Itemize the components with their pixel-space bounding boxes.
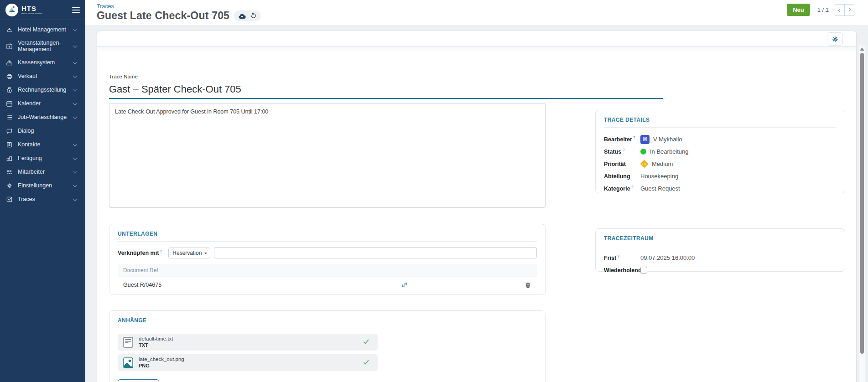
manufacturing-icon <box>6 155 13 162</box>
help-icon[interactable]: ? <box>617 254 619 258</box>
menu-toggle-icon[interactable] <box>72 6 80 14</box>
status-row: Status? In Bearbeitung <box>604 145 837 158</box>
trace-name-label: Trace Name <box>109 74 138 79</box>
hotel-bell-icon <box>6 26 13 33</box>
sidebar-item-veranstaltungen[interactable]: Veranstaltungen-Management <box>0 36 85 56</box>
sidebar-item-dialog[interactable]: Dialog <box>0 124 85 138</box>
event-calendar-icon <box>6 42 13 50</box>
chevron-down-icon <box>73 101 78 105</box>
logo-text: HTS Hotel & Tourism Solutions <box>21 5 42 15</box>
cash-register-icon <box>6 59 13 66</box>
documents-table: Document Ref Guest R/04675 <box>118 264 537 293</box>
table-row[interactable]: Guest R/04675 <box>118 277 537 293</box>
employees-icon <box>6 168 13 176</box>
sidebar-item-fertigung[interactable]: Fertigung <box>0 151 85 165</box>
sidebar-item-kassensystem[interactable]: Kassensystem <box>0 56 85 69</box>
chevron-down-icon <box>73 43 78 48</box>
pager-next-button[interactable] <box>844 4 854 16</box>
scrollbar-thumb[interactable] <box>860 53 864 354</box>
sidebar-item-einstellungen[interactable]: Einstellungen <box>0 179 85 192</box>
page-header: Traces Guest Late Check-Out 705 <box>85 0 868 25</box>
frist-value[interactable]: 09.07.2025 16:00:00 <box>640 254 695 261</box>
prioritaet-value[interactable]: Medium <box>640 160 673 167</box>
add-attachment-button[interactable]: Anhänge <box>118 379 159 382</box>
attachment-item[interactable]: late_check_out.png PNG <box>118 354 378 371</box>
chevron-down-icon <box>73 60 78 64</box>
record-pager <box>835 4 854 16</box>
sidebar-item-mitarbeiter[interactable]: Mitarbeiter <box>0 165 85 179</box>
sidebar-item-verkauf[interactable]: Verkauf <box>0 69 85 83</box>
sidebar-item-hotel-management[interactable]: Hotel Management <box>0 23 85 36</box>
status-dot-icon <box>640 149 646 155</box>
new-button[interactable]: Neu <box>787 4 810 16</box>
attachment-filetype: TXT <box>139 342 173 349</box>
document-ref-column-header[interactable]: Document Ref <box>118 264 537 277</box>
page-title: Guest Late Check-Out 705 <box>97 10 229 22</box>
cloud-upload-icon[interactable] <box>238 13 246 19</box>
help-icon[interactable]: ? <box>633 135 635 140</box>
document-ref-cell: Guest R/04675 <box>123 282 401 288</box>
image-file-icon <box>122 357 134 369</box>
status-value[interactable]: In Bearbeitung <box>640 148 689 155</box>
sidebar-item-kontakte[interactable]: Kontakte <box>0 138 85 151</box>
kategorie-value[interactable]: Guest Request <box>640 185 680 192</box>
link-search-input[interactable] <box>214 247 537 258</box>
tracezeitraum-panel: TRACEZEITRAUM Frist? 09.07.2025 16:00:00… <box>595 228 845 272</box>
sidebar-item-kalender[interactable]: Kalender <box>0 97 85 110</box>
pager-previous-button[interactable] <box>835 4 845 16</box>
main-area: Traces Guest Late Check-Out 705 <box>85 0 868 382</box>
settings-icon <box>6 182 13 189</box>
form-body: Trace Name Late Check-Out Approved for G… <box>97 46 856 382</box>
check-icon <box>363 338 369 346</box>
verknuepfen-mit-label: Verknüpfen mit? <box>118 249 162 256</box>
job-queue-icon <box>6 114 13 121</box>
trash-icon[interactable] <box>525 282 531 289</box>
chevron-down-icon <box>73 169 78 174</box>
chevron-down-icon <box>73 183 78 187</box>
help-icon[interactable]: ? <box>631 185 634 189</box>
link-type-dropdown[interactable]: Reservation <box>168 248 210 258</box>
sidebar-item-job-warteschlange[interactable]: Job-Warteschlange <box>0 110 85 124</box>
chevron-down-icon <box>73 73 78 78</box>
abteilung-value[interactable]: Housekeeping <box>640 173 678 180</box>
help-icon[interactable]: ? <box>160 249 162 253</box>
chat-icon <box>6 127 13 134</box>
sidebar-item-traces[interactable]: Traces <box>0 192 85 206</box>
prioritaet-row: Priorität Medium <box>604 158 837 170</box>
gear-icon[interactable] <box>827 32 843 46</box>
bearbeiter-value[interactable]: M V Mykhailo <box>640 135 682 144</box>
priority-diamond-icon <box>640 160 648 168</box>
kategorie-row: Kategorie? Guest Request <box>604 182 837 195</box>
vertical-scrollbar[interactable] <box>859 46 865 382</box>
open-link-icon[interactable] <box>401 281 408 289</box>
trace-name-input[interactable] <box>109 82 663 99</box>
chevron-down-icon <box>73 114 78 119</box>
scroll-up-arrow-icon[interactable] <box>860 47 864 51</box>
attachment-filetype: PNG <box>139 363 184 369</box>
help-icon[interactable]: ? <box>622 148 624 152</box>
description-textarea[interactable]: Late Check-Out Approved for Guest in Roo… <box>109 103 546 208</box>
hts-logo-icon[interactable] <box>5 4 18 16</box>
tracezeitraum-heading: TRACEZEITRAUM <box>604 235 837 246</box>
record-status-icons <box>234 10 261 21</box>
attachment-item[interactable]: default-time.txt TXT <box>118 334 378 351</box>
frist-row: Frist? 09.07.2025 16:00:00 <box>604 252 837 264</box>
avatar: M <box>640 135 650 144</box>
form-toolbar <box>97 31 856 46</box>
chevron-down-icon <box>73 87 78 92</box>
attachment-filename: default-time.txt <box>139 336 173 342</box>
contacts-icon <box>6 141 13 148</box>
unterlagen-panel: UNTERLAGEN Verknüpfen mit? Reservation D… <box>109 224 546 295</box>
breadcrumb[interactable]: Traces <box>97 3 114 10</box>
abteilung-row: Abteilung Housekeeping <box>604 170 837 182</box>
wiederholend-label: Wiederholend <box>604 267 640 274</box>
chevron-down-icon <box>73 142 78 146</box>
sidebar-item-rechnungsstellung[interactable]: Rechnungsstellung <box>0 83 85 97</box>
wiederholend-checkbox[interactable] <box>640 267 647 274</box>
sidebar-header: HTS Hotel & Tourism Solutions <box>0 0 85 20</box>
undo-icon[interactable] <box>250 12 257 19</box>
anhaenge-heading: ANHÄNGE <box>118 317 537 328</box>
billing-icon <box>6 86 13 93</box>
bearbeiter-row: Bearbeiter? M V Mykhailo <box>604 133 837 145</box>
content-background: Trace Name Late Check-Out Approved for G… <box>85 25 868 382</box>
